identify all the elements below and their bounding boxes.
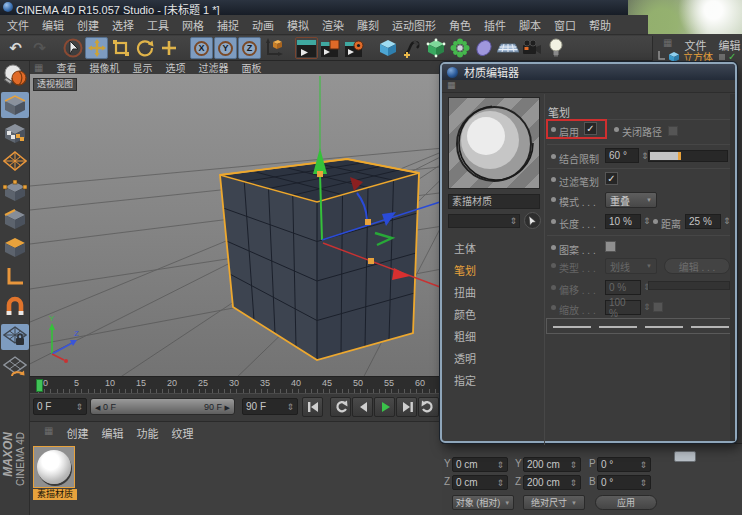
menu-simulate[interactable]: 模拟 <box>287 17 309 33</box>
z-axis-handle[interactable] <box>365 219 371 225</box>
pattern-dot[interactable] <box>551 245 556 250</box>
mm-menu-create[interactable]: 创建 <box>66 425 88 441</box>
redo-button[interactable]: ↷ <box>28 37 51 59</box>
material-preview[interactable] <box>448 97 540 189</box>
move-tool-button[interactable] <box>85 37 108 59</box>
combine-limit-slider[interactable] <box>648 150 728 162</box>
spinner-icon[interactable]: ⇕ <box>639 460 647 470</box>
spinner-icon[interactable]: ⇕ <box>569 478 577 488</box>
lock-y-axis-button[interactable]: Y <box>214 37 237 59</box>
spline-pen-button[interactable] <box>400 37 423 59</box>
deformer-button[interactable] <box>448 37 471 59</box>
menu-file[interactable]: 文件 <box>7 17 29 33</box>
menu-mograph[interactable]: 运动图形 <box>392 17 436 33</box>
points-mode-button[interactable] <box>1 178 29 204</box>
dialog-drag-handle[interactable]: ▦ <box>442 80 735 93</box>
menu-mesh[interactable]: 网格 <box>182 17 204 33</box>
playhead[interactable] <box>36 379 43 392</box>
apply-button[interactable]: 应用 <box>595 495 657 510</box>
scale-tool-button[interactable] <box>109 37 132 59</box>
snap-button[interactable] <box>1 294 29 320</box>
vp-menu-filter[interactable]: 过滤器 <box>198 60 228 75</box>
mode-dot[interactable] <box>551 197 556 202</box>
dialog-scroll-strip[interactable] <box>730 94 735 441</box>
mode-dropdown[interactable]: 重叠▼ <box>605 192 657 208</box>
length-dot[interactable] <box>551 219 556 224</box>
lock-workplane-button[interactable] <box>1 324 29 350</box>
spinner-icon[interactable]: ⇕ <box>496 460 504 470</box>
length-spinner[interactable]: ⇕ <box>643 216 651 226</box>
spinner-icon[interactable]: ⇕ <box>496 478 504 488</box>
light-object-button[interactable] <box>544 37 567 59</box>
channel-distort[interactable]: 扭曲 <box>454 284 476 300</box>
preview-type-combo[interactable]: ⇕ <box>448 214 520 228</box>
material-name-label[interactable]: 素描材质 <box>33 489 77 500</box>
coord-size-y-field[interactable]: 200 cm⇕ <box>523 457 581 472</box>
enable-checkbox[interactable]: ✓ <box>584 122 597 135</box>
enable-dot[interactable] <box>551 127 556 132</box>
edit-button[interactable]: 编辑 . . . <box>664 258 730 274</box>
last-tool-button[interactable] <box>157 37 180 59</box>
menu-tools[interactable]: 工具 <box>147 17 169 33</box>
coord-mode-dropdown[interactable]: 对象 (相对)▼ <box>452 495 514 510</box>
frame-spinner-icon[interactable]: ⇕ <box>75 402 83 412</box>
model-mode-button[interactable] <box>1 92 29 118</box>
texture-mode-button[interactable] <box>1 120 29 146</box>
loop-button[interactable] <box>418 397 439 417</box>
channel-color[interactable]: 颜色 <box>454 306 476 322</box>
combine-limit-field[interactable]: 60 ° <box>605 148 639 163</box>
lock-z-axis-button[interactable]: Z <box>238 37 261 59</box>
menu-character[interactable]: 角色 <box>449 17 471 33</box>
preview-nav-button[interactable] <box>524 212 541 229</box>
menu-render[interactable]: 渲染 <box>322 17 344 33</box>
menu-edit[interactable]: 编辑 <box>42 17 64 33</box>
vp-menu-view[interactable]: 查看 <box>56 60 76 75</box>
type-dropdown[interactable]: 划线▼ <box>605 258 657 274</box>
mm-menu-edit[interactable]: 编辑 <box>101 425 123 441</box>
current-frame-field[interactable]: 0 F ⇕ <box>33 398 87 415</box>
axis-mode-button[interactable] <box>1 264 29 290</box>
paint-setup-wizard-button[interactable] <box>1 62 29 88</box>
coordinate-system-button[interactable] <box>262 37 285 59</box>
floor-object-button[interactable] <box>496 37 519 59</box>
close-path-dot[interactable] <box>614 127 619 132</box>
vp-menu-camera[interactable]: 摄像机 <box>89 60 119 75</box>
channel-thickness[interactable]: 粗细 <box>454 328 476 344</box>
spinner-icon[interactable]: ⇕ <box>569 460 577 470</box>
mm-menu-texture[interactable]: 纹理 <box>171 425 193 441</box>
environment-button[interactable] <box>472 37 495 59</box>
rotate-tool-button[interactable] <box>133 37 156 59</box>
edges-mode-button[interactable] <box>1 206 29 232</box>
live-selection-button[interactable] <box>61 37 84 59</box>
distance-dot[interactable] <box>653 219 658 224</box>
camera-object-button[interactable] <box>520 37 543 59</box>
mm-menu-function[interactable]: 功能 <box>136 425 158 441</box>
menu-create[interactable]: 创建 <box>77 17 99 33</box>
coord-size-dropdown[interactable]: 绝对尺寸▼ <box>523 495 585 510</box>
coord-rot-b-field[interactable]: 0 °⇕ <box>597 475 651 490</box>
coord-size-z-field[interactable]: 200 cm⇕ <box>523 475 581 490</box>
lock-x-axis-button[interactable]: X <box>190 37 213 59</box>
menu-help[interactable]: 帮助 <box>589 17 611 33</box>
object-name[interactable]: 立方体 <box>683 49 713 63</box>
vp-menu-display[interactable]: 显示 <box>132 60 152 75</box>
menu-select[interactable]: 选择 <box>112 17 134 33</box>
close-path-checkbox[interactable] <box>668 126 678 136</box>
end-frame-spinner-icon[interactable]: ⇕ <box>286 402 294 412</box>
render-to-picture-viewer-button[interactable] <box>319 37 342 59</box>
dialog-title-bar[interactable]: 材质编辑器 <box>442 64 735 80</box>
menu-script[interactable]: 脚本 <box>519 17 541 33</box>
workplane-options-button[interactable] <box>1 354 29 380</box>
pattern-checkbox[interactable] <box>605 241 616 252</box>
add-cube-primitive-button[interactable] <box>376 37 399 59</box>
next-frame-button[interactable] <box>396 397 417 417</box>
combine-limit-dot[interactable] <box>551 154 556 159</box>
vp-menu-options[interactable]: 选项 <box>165 60 185 75</box>
end-frame-field[interactable]: 90 F ⇕ <box>242 398 298 415</box>
play-backwards-button[interactable] <box>330 397 351 417</box>
undo-button[interactable]: ↶ <box>4 37 27 59</box>
material-name-field[interactable]: 素描材质 <box>448 194 540 209</box>
workplane-mode-button[interactable] <box>1 148 29 174</box>
menu-sculpt[interactable]: 雕刻 <box>357 17 379 33</box>
coord-pos-z-field[interactable]: 0 cm⇕ <box>452 475 508 490</box>
